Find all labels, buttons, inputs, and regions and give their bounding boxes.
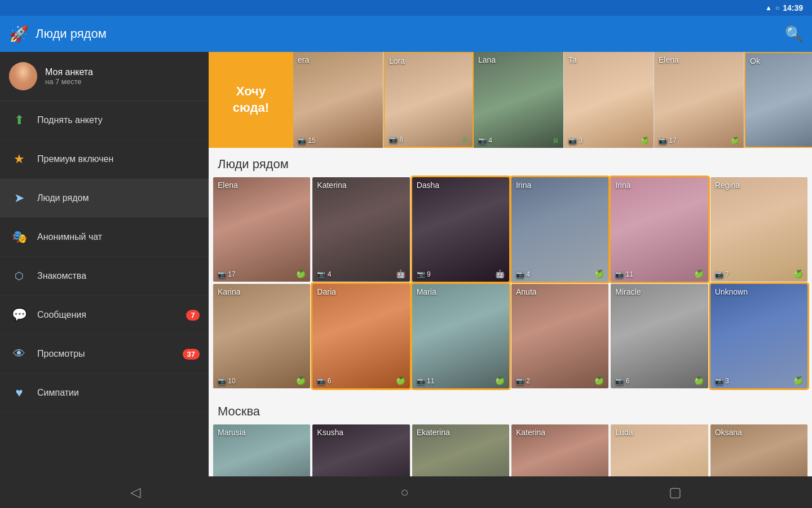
card-photos: 📷 17 <box>218 270 236 278</box>
sidebar-item-anon[interactable]: 🎭 Анонимный чат <box>0 218 209 257</box>
nearby-row-2: Karina 📷 10 🍏 Daria 📷 6 🍏 Maria 📷 11 🍏 A… <box>213 284 807 388</box>
card-name: Lora <box>389 56 405 65</box>
sidebar-label: Анонимный чат <box>37 232 200 242</box>
card-dasha[interactable]: Dasha 📷 9 🤖 <box>412 177 509 282</box>
search-icon[interactable]: 🔍 <box>785 25 803 43</box>
card-name: Dasha <box>417 181 439 190</box>
card-ekaterina[interactable]: Ekaterina <box>412 424 509 476</box>
sidebar-item-nearby[interactable]: ➤ Люди рядом <box>0 179 209 218</box>
sidebar-item-messages[interactable]: 💬 Сообщения 7 <box>0 296 209 335</box>
status-bar: ▲ ○ 14:39 <box>0 0 812 16</box>
main-container: Моя анкета на 7 месте ⬆ Поднять анкету ★… <box>0 52 812 476</box>
card-karina[interactable]: Karina 📷 10 🍏 <box>213 284 310 388</box>
sidebar-item-views[interactable]: 👁 Просмотры 37 <box>0 335 209 374</box>
top-card-ok[interactable]: Ok <box>744 52 812 148</box>
card-photos: 📷 2 <box>516 377 530 385</box>
recent-button[interactable]: ▢ <box>646 480 704 505</box>
boost-icon: ⬆ <box>9 110 29 130</box>
card-photos: 📷 10 <box>218 377 236 385</box>
card-name: Elena <box>218 181 238 190</box>
sidebar-item-likes[interactable]: ♥ Симпатии <box>0 374 209 413</box>
card-marusia[interactable]: Marusia <box>213 424 310 476</box>
top-scroll-section: Хочусюда! era 📷 15 Lora 📷 8 🖥 Lana 📷 4 🖥 <box>209 52 812 148</box>
platform-icon: 🍏 <box>731 137 739 144</box>
card-anuta[interactable]: Anuta 📷 2 🍏 <box>511 284 608 388</box>
platform-icon: 🍏 <box>793 269 803 278</box>
sidebar-label: Поднять анкету <box>37 115 200 125</box>
moscow-row-1: Marusia Ksusha Ekaterina Katerina Luda O… <box>213 424 807 476</box>
card-photos: 📷 4 <box>478 137 492 144</box>
top-scroll-row: Хочусюда! era 📷 15 Lora 📷 8 🖥 Lana 📷 4 🖥 <box>209 52 812 148</box>
card-photos: 📷 17 <box>659 137 677 144</box>
top-card-elena[interactable]: Elena 📷 17 🍏 <box>654 52 744 148</box>
avatar <box>9 62 37 90</box>
sidebar-item-dating[interactable]: ⬡ Знакомства <box>0 257 209 296</box>
platform-icon: 🍏 <box>594 269 604 278</box>
profile-info: Моя анкета на 7 месте <box>45 67 93 86</box>
card-photos: 📷 8 <box>389 135 403 143</box>
platform-icon: 🖥 <box>461 135 468 143</box>
card-photos: 📷 3 <box>568 137 582 144</box>
card-photos: 📷 4 <box>516 270 530 278</box>
card-daria[interactable]: Daria 📷 6 🍏 <box>312 284 409 388</box>
card-name: Miracle <box>615 287 641 296</box>
card-name: Ekaterina <box>417 428 450 437</box>
card-maria[interactable]: Maria 📷 11 🍏 <box>412 284 509 388</box>
card-name: Lana <box>478 55 496 64</box>
sidebar-profile[interactable]: Моя анкета на 7 месте <box>0 52 209 101</box>
top-bar: 🚀 Люди рядом 🔍 <box>0 16 812 52</box>
card-name: Karina <box>218 287 240 296</box>
content-area: Хочусюда! era 📷 15 Lora 📷 8 🖥 Lana 📷 4 🖥 <box>209 52 812 476</box>
platform-icon: 🍏 <box>594 376 604 385</box>
heart-icon: ♥ <box>9 383 29 403</box>
card-ksusha[interactable]: Ksusha <box>312 424 409 476</box>
app-title: Люди рядом <box>36 27 785 41</box>
status-icons: ▲ ○ 14:39 <box>765 3 803 12</box>
top-card-lana[interactable]: Lana 📷 4 🖥 <box>474 52 564 148</box>
sidebar-item-boost[interactable]: ⬆ Поднять анкету <box>0 101 209 140</box>
card-luda[interactable]: Luda <box>611 424 708 476</box>
card-irina-1[interactable]: Irina 📷 4 🍏 <box>511 177 608 282</box>
back-button[interactable]: ◁ <box>108 480 163 505</box>
card-name: Luda <box>615 428 633 437</box>
nearby-grid: Elena 📷 17 🍏 Katerina 📷 4 🤖 Dasha 📷 9 🤖 … <box>209 177 812 395</box>
moscow-section-title: Москва <box>209 395 812 424</box>
card-photos: 📷 11 <box>615 270 633 278</box>
card-elena[interactable]: Elena 📷 17 🍏 <box>213 177 310 282</box>
want-here-card[interactable]: Хочусюда! <box>209 52 293 148</box>
card-name: Ksusha <box>317 428 343 437</box>
card-name: Irina <box>615 181 630 190</box>
profile-rank: на 7 месте <box>45 77 93 86</box>
status-time: 14:39 <box>783 3 803 12</box>
home-button[interactable]: ○ <box>378 480 431 505</box>
card-oksana[interactable]: Oksana <box>710 424 807 476</box>
sidebar-label: Сообщения <box>37 310 186 320</box>
sidebar-label: Просмотры <box>37 349 183 359</box>
card-miracle[interactable]: Miracle 📷 6 🍏 <box>611 284 708 388</box>
card-photos: 📷 15 <box>298 137 316 144</box>
card-katerina[interactable]: Katerina 📷 4 🤖 <box>312 177 409 282</box>
top-card-era[interactable]: era 📷 15 <box>293 52 383 148</box>
top-card-ta[interactable]: Ta 📷 3 🍏 <box>564 52 654 148</box>
card-irina-2[interactable]: Irina 📷 11 🍏 <box>611 177 708 282</box>
card-name: Marusia <box>218 428 246 437</box>
card-unknown[interactable]: Unknown 📷 3 🍏 <box>710 284 807 388</box>
card-name: Katerina <box>317 181 346 190</box>
platform-icon: 🤖 <box>495 269 505 278</box>
platform-icon: 🍏 <box>793 376 803 385</box>
card-name: Ta <box>568 55 577 64</box>
card-regina[interactable]: Regina 📷 7 🍏 <box>710 177 807 282</box>
sidebar: Моя анкета на 7 месте ⬆ Поднять анкету ★… <box>0 52 209 476</box>
card-name: Anuta <box>516 287 537 296</box>
card-name: Regina <box>715 181 740 190</box>
card-katerina-moscow[interactable]: Katerina <box>511 424 608 476</box>
card-photos: 📷 6 <box>317 377 331 385</box>
sidebar-label: Знакомства <box>37 271 200 281</box>
card-name: Oksana <box>715 428 742 437</box>
top-card-lora[interactable]: Lora 📷 8 🖥 <box>383 52 474 148</box>
card-name: Elena <box>659 55 679 64</box>
platform-icon: 🤖 <box>396 269 405 278</box>
sidebar-item-premium[interactable]: ★ Премиум включен <box>0 140 209 179</box>
star-icon: ★ <box>9 149 29 169</box>
card-name: Irina <box>516 181 531 190</box>
